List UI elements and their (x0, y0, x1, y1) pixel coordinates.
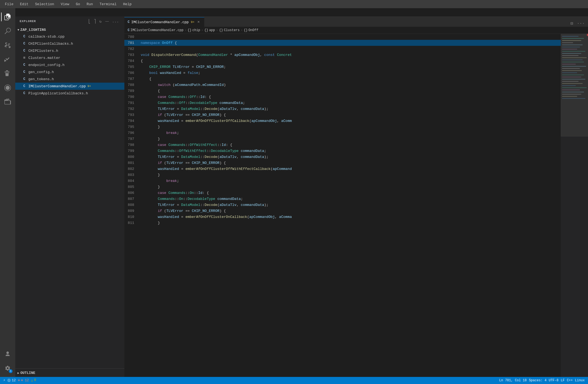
status-errors[interactable]: ⊗ ⊗ 12 (17, 378, 30, 382)
menu-go[interactable]: Go (73, 2, 83, 7)
svg-rect-2 (562, 40, 581, 41)
breadcrumb-app[interactable]: {} app (204, 28, 215, 32)
status-encoding[interactable]: UTF-8 (548, 379, 560, 382)
svg-rect-18 (562, 74, 584, 75)
split-editor-icon[interactable]: ⊟ (569, 20, 574, 27)
svg-rect-20 (562, 79, 585, 79)
line-number: 797 (124, 137, 140, 141)
folder-header[interactable]: ▼ ZAP_LIGHTING (15, 27, 124, 33)
line-content: } (140, 125, 561, 129)
file-imcluster[interactable]: C IMClusterCommandHandler.cpp 9+ (15, 83, 124, 90)
status-remote[interactable]: ⚡ (2, 378, 6, 382)
refresh-icon[interactable]: ↻ (98, 19, 103, 24)
line-content: break; (140, 179, 561, 183)
run-debug-activity-icon[interactable] (1, 53, 14, 66)
svg-rect-6 (562, 49, 577, 49)
code-line-807: 807 Commands::On::DecodableType commandD… (124, 196, 561, 202)
svg-rect-30 (587, 34, 588, 36)
status-lang-label: C++ (567, 379, 573, 382)
status-warnings[interactable]: △ 0 (30, 378, 37, 382)
code-area[interactable]: 780 781 namespace OnOff { 782 (124, 34, 561, 377)
menu-file[interactable]: File (2, 2, 16, 7)
editor-body: 780 781 namespace OnOff { 782 (124, 34, 588, 377)
svg-rect-24 (562, 88, 587, 88)
file-gen-tokens[interactable]: C gen_tokens.h (15, 76, 124, 83)
line-content: TLVError = DataModel::Decode(aDataTlv, c… (140, 203, 561, 207)
line-number: 802 (124, 167, 140, 171)
file-icon-c: C (22, 70, 27, 74)
line-number: 788 (124, 83, 140, 87)
breadcrumb-file[interactable]: C IMClusterCommandHandler.cpp (128, 28, 184, 32)
file-chipclientcallbacks[interactable]: C CHIPClientCallbacks.h (15, 40, 124, 47)
sidebar: EXPLORER ⎣ ⎤ ↻ ⸻ ... ▼ ZAP_LIGHTING C ca… (15, 16, 124, 377)
folder-name: ZAP_LIGHTING (20, 28, 46, 32)
breadcrumb-onoff[interactable]: {} OnOff (244, 28, 258, 32)
code-line-809: 809 if (TLVError == CHIP_NO_ERROR) { (124, 208, 561, 214)
breadcrumb-sep-4: › (241, 28, 243, 32)
timeline-activity-icon[interactable] (1, 95, 14, 109)
status-git-label: 12 (12, 379, 16, 382)
source-control-activity-icon[interactable] (1, 39, 14, 52)
file-endpoint-config[interactable]: C endpoint_config.h (15, 61, 124, 68)
file-pluginappcallbacks[interactable]: C PluginApplicationCallbacks.h (15, 90, 124, 97)
code-line-797: 797 } (124, 136, 561, 142)
sidebar-more-icon[interactable]: ... (111, 19, 120, 24)
code-line-780: 780 (124, 34, 561, 40)
outline-header[interactable]: ▶ OUTLINE (15, 369, 124, 377)
code-line-806: 806 case Commands::On::Id: { (124, 190, 561, 196)
svg-rect-17 (562, 73, 577, 73)
file-clusters-matter[interactable]: ≡ Clusters.matter (15, 54, 124, 61)
code-line-794: 794 wasHandled = emberAfOnOffClusterOffC… (124, 118, 561, 124)
file-chipclusters[interactable]: C CHIPClusters.h (15, 47, 124, 54)
svg-rect-15 (562, 68, 580, 69)
outline-arrow: ▶ (17, 371, 19, 375)
settings-activity-icon[interactable]: 1 (1, 362, 14, 375)
status-line-col[interactable]: Ln 781, Col 18 (498, 379, 528, 382)
menu-terminal[interactable]: Terminal (97, 2, 119, 7)
file-callback-stub[interactable]: C callback-stub.cpp (15, 33, 124, 40)
line-number: 790 (124, 95, 140, 99)
file-gen-config[interactable]: C gen_config.h (15, 68, 124, 76)
new-file-icon[interactable]: ⎣ (87, 19, 91, 24)
extensions-activity-icon[interactable] (1, 67, 14, 80)
main-container: EXPLORER ⎣ ⎤ ↻ ⸻ ... ▼ ZAP_LIGHTING C ca… (0, 16, 588, 377)
tab-bar: C IMClusterCommandHandler.cpp 9+ × ⊟ ··· (124, 16, 588, 27)
svg-rect-8 (562, 53, 581, 54)
collapse-icon[interactable]: ⸻ (104, 19, 110, 24)
status-eol[interactable]: LF (560, 379, 566, 382)
status-language[interactable]: C++ (566, 379, 574, 382)
tab-label: IMClusterCommandHandler.cpp (131, 20, 189, 24)
tab-close-button[interactable]: × (196, 20, 201, 25)
explorer-icon[interactable] (1, 10, 14, 23)
tab-imcluster[interactable]: C IMClusterCommandHandler.cpp 9+ × (124, 17, 204, 27)
svg-rect-27 (562, 94, 581, 94)
menu-view[interactable]: View (58, 2, 72, 7)
status-bar: ⚡ ⓪ 12 ⊗ ⊗ 12 △ 0 Ln 781, Col 18 Spaces:… (0, 377, 588, 384)
line-content: if (TLVError == CHIP_NO_ERROR) { (140, 113, 561, 117)
line-number: 784 (124, 59, 140, 63)
account-activity-icon[interactable] (1, 347, 14, 361)
status-os[interactable]: Linux (574, 379, 586, 382)
status-spaces[interactable]: Spaces: 4 (528, 379, 548, 382)
remote-activity-icon[interactable] (1, 81, 14, 94)
breadcrumb-chip[interactable]: {} chip (188, 28, 200, 32)
sidebar-header: EXPLORER ⎣ ⎤ ↻ ⸻ ... (15, 16, 124, 26)
menu-edit[interactable]: Edit (17, 2, 31, 7)
svg-rect-11 (562, 59, 583, 60)
menu-run[interactable]: Run (84, 2, 95, 7)
new-folder-icon[interactable]: ⎤ (93, 19, 97, 24)
line-number: 793 (124, 113, 140, 117)
menu-selection[interactable]: Selection (32, 2, 57, 7)
file-icon-c: C (22, 84, 27, 89)
status-git[interactable]: ⓪ 12 (6, 378, 17, 383)
search-activity-icon[interactable] (1, 25, 14, 38)
more-actions-icon[interactable]: ··· (576, 20, 586, 26)
file-name: PluginApplicationCallbacks.h (28, 91, 88, 95)
breadcrumb-clusters-label: Clusters (224, 28, 240, 32)
breadcrumb-clusters[interactable]: {} Clusters (219, 28, 239, 32)
line-content: } (140, 185, 561, 189)
menu-help[interactable]: Help (120, 2, 134, 7)
minimap (561, 34, 588, 377)
breadcrumb-sep-2: › (201, 28, 203, 32)
code-line-801: 801 if (TLVError == CHIP_NO_ERROR) { (124, 160, 561, 166)
